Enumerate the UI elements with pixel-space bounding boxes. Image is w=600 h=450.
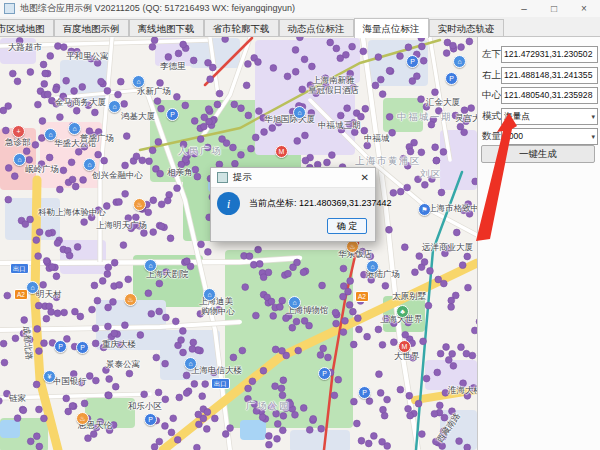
panel-input-2[interactable]: 121.488148,31.241355 [501,67,598,84]
dialog-titlebar[interactable]: 提示 ✕ [211,168,375,188]
poi-icon: ♣ [396,305,409,318]
poi-icon: ⌂ [68,122,81,135]
poi-icon: ♨ [124,293,137,306]
poi-icon: ⌂ [288,296,301,309]
map-label-12: 人民广场 [178,145,222,158]
map-label-5: 金马商务大厦 [55,97,106,109]
panel-label-5: 数量 [482,130,501,143]
dialog-close-icon[interactable]: ✕ [361,172,369,183]
map-label-37: 明天村 [36,289,62,301]
message-dialog: 提示 ✕ i 当前点坐标: 121.480369,31.237442 确 定 [210,167,376,242]
poi-icon: P [406,55,419,68]
panel-label-3: 中心 [482,89,501,102]
poi-icon: ⌂ [203,288,216,301]
dialog-title: 提示 [233,171,252,184]
map-label-15: 上海明天广场 [96,220,147,232]
close-button[interactable]: × [570,0,598,17]
panel-combo-4[interactable]: 海量点▾ [501,108,598,125]
map-label-33: 淮海大楼 [448,385,477,397]
map-label-3: 李德里 [160,61,186,73]
map-label-6: 鸿基大厦 [121,111,155,123]
poi-icon: P [445,72,458,85]
panel-label-4: 模式 [482,110,501,123]
map-label-41: 链家 [9,393,26,405]
panel-label-2: 右上 [482,69,501,82]
generate-button[interactable]: 一键生成 [481,145,595,163]
poi-icon: ♨ [133,198,146,211]
map-label-10: 岷岭广场 [25,164,59,176]
tab-1[interactable]: 市区域地图 [0,19,54,37]
map-label-40: 中国银行 [53,376,87,388]
poi-icon: P [318,367,331,380]
map-label-34: 广场公园 [246,400,290,413]
poi-icon: ⌂ [144,259,157,272]
info-icon: i [217,192,240,215]
poi-icon: P [144,413,157,426]
map-label-23: 中福城一期 [397,111,452,124]
map-label-1: 大路超市 [8,42,42,54]
poi-icon: + [12,125,25,138]
dialog-body: i 当前点坐标: 121.480369,31.237442 确 定 [211,188,375,241]
tab-2[interactable]: 百度地图示例 [54,19,129,37]
map-label-21: 汇金大厦 [426,97,460,109]
map-label-8: 普盛广场 [80,133,114,145]
map-canvas[interactable]: 大路超市平和里公寓李德里永新广场金马商务大厦鸿基大厦华盛大公馆普盛广场急诊部岷岭… [0,37,477,450]
tab-7[interactable]: 实时动态轨迹 [429,19,504,37]
map-label-25: 刘区 [420,168,442,181]
map-label-38: 重庆大楼 [102,339,136,351]
map-label-39: 景泰公寓 [106,359,140,371]
poi-icon: P [358,386,371,399]
panel-label-1: 左下 [482,48,501,61]
tab-5[interactable]: 动态点位标注 [279,19,354,37]
map-label-19: 中福城三期 [318,120,361,132]
map-label-4: 永新广场 [137,86,171,98]
map-label-22: 灵宫大厦 [455,113,477,125]
panel-input-1[interactable]: 121.472931,31.230502 [501,46,598,63]
road-badge: A2 [14,289,28,300]
ok-button[interactable]: 确 定 [327,218,367,234]
road-badge: 出口 [10,263,29,274]
tab-6[interactable]: 海量点位标注 [354,18,429,38]
map-label-18: 华旭国际大厦 [264,114,315,126]
chevron-down-icon[interactable]: ▾ [591,109,595,124]
poi-icon: ⌂ [184,357,197,370]
poi-icon: ⚑ [418,203,431,216]
control-panel: 一键生成 左下121.472931,31.230502右上121.488148,… [478,37,600,450]
poi-icon: ⌂ [293,106,306,119]
maximize-button[interactable]: □ [540,0,568,17]
panel-input-3[interactable]: 121.480540,31.235928 [501,87,598,104]
map-label-13: 相亲角 [167,167,193,179]
map-label-30: 太原别墅 [392,291,426,303]
poi-icon: ⌂ [366,260,379,273]
poi-icon: ⌂ [83,158,96,171]
map-label-20: 中福城 [364,133,390,145]
road-badge: 出口 [211,378,230,389]
tab-4[interactable]: 省市轮廓下载 [204,19,279,37]
map-label-9: 急诊部 [5,137,31,149]
tab-bar: 市区域地图百度地图示例离线地图下载省市轮廓下载动态点位标注海量点位标注实时动态轨… [0,17,600,37]
minimize-button[interactable]: – [510,0,538,17]
poi-icon: M [398,340,411,353]
map-label-44: 上海电信大楼 [191,365,242,377]
map-label-2: 平和里公寓 [66,51,109,63]
panel-combo-5[interactable]: 1000▾ [501,128,598,145]
app-icon [4,3,15,14]
poi-icon: P [54,340,67,353]
window-title: 地图综合应用示例 V20211205 (QQ: 517216493 WX: fe… [20,2,295,15]
chevron-down-icon[interactable]: ▾ [591,129,595,144]
map-label-32: 大世界 [394,351,420,363]
poi-icon: ⌂ [132,75,145,88]
dialog-message: 当前点坐标: 121.480369,31.237442 [249,197,392,210]
poi-icon: ⌂ [13,153,26,166]
poi-icon: ⌂ [453,55,466,68]
map-label-26: 上海市格致中学 [428,203,477,215]
tab-3[interactable]: 离线地图下载 [129,19,204,37]
poi-icon: M [275,145,288,158]
road-badge: A2 [355,291,369,302]
poi-icon: ♨ [76,412,89,425]
dialog-window-icon [217,172,228,183]
map-label-46: 购物中心 [201,306,235,318]
map-label-27: 远洋商业大厦 [422,242,473,254]
poi-icon: ¥ [43,370,56,383]
map-label-11: 创兴金融中心 [92,170,143,182]
